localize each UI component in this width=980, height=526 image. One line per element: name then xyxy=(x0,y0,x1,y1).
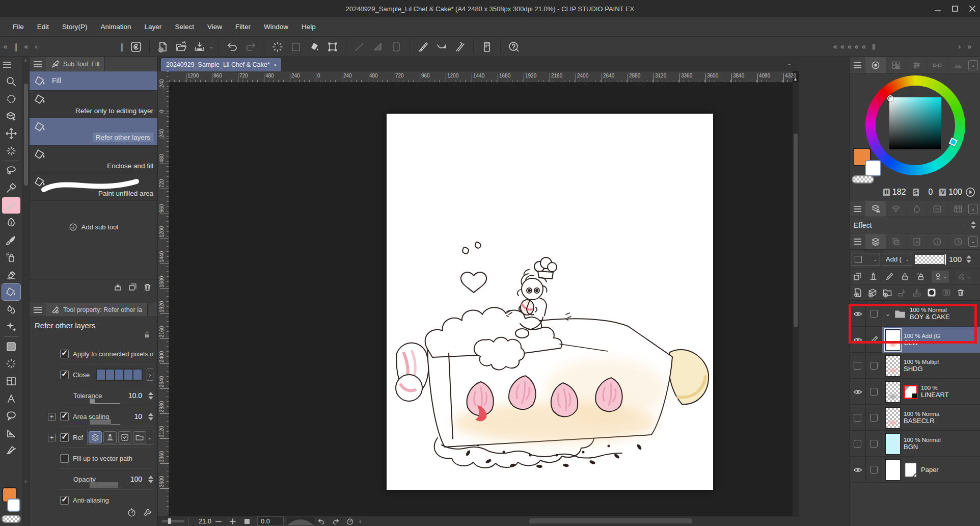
snap-guide-icon[interactable] xyxy=(452,39,468,55)
fill-select-icon[interactable] xyxy=(307,39,322,55)
apply-connected-checkbox[interactable] xyxy=(60,350,69,358)
layer-row-bgn[interactable]: 100 % NormalBGN xyxy=(850,431,980,457)
select-box[interactable] xyxy=(870,466,878,474)
transform-icon[interactable] xyxy=(325,39,340,55)
close-gap-checkbox[interactable] xyxy=(60,371,69,379)
snap-ruler-icon[interactable] xyxy=(416,39,431,55)
blend-mode-dropdown[interactable]: Add (⌄ xyxy=(883,253,912,266)
tab-stroke[interactable] xyxy=(927,201,947,217)
new-folder-icon[interactable] xyxy=(882,287,892,298)
fit-screen-icon[interactable] xyxy=(242,517,252,526)
tab-layers[interactable] xyxy=(865,233,886,249)
tab-layer-comp[interactable] xyxy=(886,233,907,249)
layer-name[interactable]: Paper xyxy=(921,466,939,474)
tool-ruler[interactable] xyxy=(2,425,20,441)
clip-below-icon[interactable] xyxy=(853,272,862,281)
tool-rotate-canvas[interactable] xyxy=(2,91,20,107)
visibility-empty-box[interactable] xyxy=(854,414,861,422)
area-expand-icon[interactable]: + xyxy=(48,413,56,420)
tool-palette-menu-icon[interactable] xyxy=(3,62,11,68)
tool-frame-border[interactable] xyxy=(2,373,20,389)
tool-blend[interactable] xyxy=(2,301,20,318)
opacity-stepper[interactable] xyxy=(148,476,153,483)
reset-view-icon[interactable] xyxy=(345,517,355,526)
layer-thumbnail[interactable] xyxy=(885,407,901,429)
refer-all-layers-chip[interactable] xyxy=(89,431,102,443)
layer-opacity-slider[interactable] xyxy=(915,255,946,264)
color-tabs-more-icon[interactable]: ⌄ xyxy=(968,60,978,70)
refer-folder-chip[interactable] xyxy=(133,431,146,443)
effect-section[interactable]: Effect xyxy=(850,217,980,233)
ruler-range-icon[interactable]: ⌄ xyxy=(955,271,972,283)
subtool-item-paint-unfilled-area[interactable]: Paint unfilled area xyxy=(30,173,157,201)
area-scaling-checkbox[interactable] xyxy=(60,412,69,421)
tool-zoom[interactable] xyxy=(2,73,20,90)
scroll-up-icon[interactable]: ˄ xyxy=(22,57,29,64)
prop-area-scaling[interactable]: + Area scaling 10 xyxy=(60,406,153,427)
snap-special-icon[interactable] xyxy=(434,39,449,55)
prop-vector-path[interactable]: Fill up to vector path xyxy=(60,448,153,469)
delete-subtool-icon[interactable] xyxy=(143,282,152,292)
prop-refer-mode[interactable]: + Refer m ⌄ xyxy=(60,427,153,448)
menu-item-select[interactable]: Select xyxy=(168,18,201,35)
menu-item-filter[interactable]: Filter xyxy=(229,18,257,35)
tool-text[interactable] xyxy=(2,390,20,407)
new-raster-layer-icon[interactable] xyxy=(853,287,863,298)
tab-approx-color[interactable] xyxy=(948,57,968,73)
tool-fill[interactable] xyxy=(2,284,20,300)
select-rect-icon[interactable] xyxy=(389,39,404,55)
select-box[interactable] xyxy=(870,362,878,370)
subtool-item-fill[interactable]: Fill xyxy=(30,71,157,91)
layer-opacity-stepper[interactable] xyxy=(966,255,971,263)
merge-down-icon[interactable] xyxy=(912,287,922,298)
effect-spinner[interactable] xyxy=(971,221,976,229)
select-box[interactable] xyxy=(870,388,878,396)
undo-icon[interactable] xyxy=(316,517,326,526)
tool-move[interactable] xyxy=(2,125,20,142)
dock-expand-icon[interactable]: » xyxy=(964,42,975,51)
layer-menu-icon[interactable] xyxy=(854,239,861,245)
toolprop-menu-icon[interactable] xyxy=(34,307,42,313)
close-gap-level[interactable] xyxy=(96,369,143,381)
tool-scrollbar[interactable]: ˄ ˅ xyxy=(22,57,30,526)
antialias-checkbox[interactable] xyxy=(60,496,69,505)
refer-checkbox[interactable] xyxy=(60,433,69,442)
menu-item-storyp[interactable]: Story(P) xyxy=(56,18,94,35)
mid-tabs-more-icon[interactable]: ⌄ xyxy=(968,204,978,214)
collapse-left2-icon[interactable]: « xyxy=(21,42,32,51)
sub-color-swatch-2[interactable] xyxy=(865,160,881,176)
delete-layer-icon[interactable] xyxy=(956,288,965,297)
refer-selection-chip[interactable] xyxy=(118,431,131,443)
back-icon[interactable]: ‹ xyxy=(32,42,41,51)
minimize-button[interactable] xyxy=(934,5,941,12)
layer-row-baseclr[interactable]: 100 % NormaBASECLR xyxy=(850,405,980,431)
tool-eraser[interactable] xyxy=(2,267,20,283)
select-line-icon[interactable] xyxy=(352,39,367,55)
prop-apply-connected[interactable]: Apply to connected pixels onl xyxy=(60,344,153,364)
save-file-icon[interactable] xyxy=(192,39,207,55)
layer-name[interactable]: LINEART xyxy=(921,391,949,399)
zoom-in-icon[interactable] xyxy=(228,517,238,526)
color-panel-menu-icon[interactable] xyxy=(854,62,861,68)
csp-logo-icon[interactable] xyxy=(128,39,144,55)
save-dropdown-icon[interactable]: ⌄ xyxy=(209,44,213,49)
refer-reference-chip[interactable] xyxy=(103,431,117,443)
dock-collapse-icon[interactable]: « « « « « xyxy=(830,42,869,51)
unlock-icon[interactable] xyxy=(142,330,151,339)
subtool-item-refer-other-layers[interactable]: Refer other layers xyxy=(30,118,157,146)
tool-pen[interactable] xyxy=(2,197,20,214)
subtool-menu-icon[interactable] xyxy=(34,61,42,67)
tool-gradient[interactable] xyxy=(2,338,20,355)
tab-color-slider[interactable] xyxy=(907,57,927,73)
menu-item-file[interactable]: File xyxy=(6,18,31,35)
zoom-value[interactable]: 21.0 xyxy=(193,517,211,525)
tool-operation[interactable] xyxy=(2,108,20,124)
layer-name[interactable]: BASECLR xyxy=(904,417,939,425)
menu-item-view[interactable]: View xyxy=(201,18,229,35)
area-value[interactable]: 10 xyxy=(134,412,142,420)
deselect-icon[interactable] xyxy=(270,39,285,55)
tab-subview[interactable] xyxy=(886,201,907,217)
opacity-value[interactable]: 100 xyxy=(130,475,142,483)
menu-item-animation[interactable]: Animation xyxy=(94,18,138,35)
duplicate-subtool-icon[interactable] xyxy=(128,282,138,292)
